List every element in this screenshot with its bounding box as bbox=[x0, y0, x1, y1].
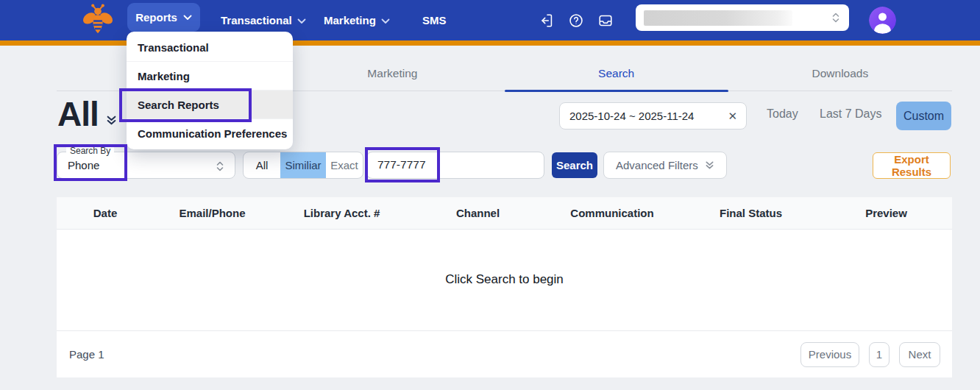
table-header-row: Date Email/Phone Library Acct. # Channel… bbox=[57, 197, 952, 230]
bee-logo-icon bbox=[81, 4, 115, 38]
tab-downloads[interactable]: Downloads bbox=[728, 56, 952, 91]
menu-item-search-reports[interactable]: Search Reports bbox=[127, 91, 293, 119]
column-header-library-acct: Library Acct. # bbox=[271, 207, 413, 219]
nav-item-sms[interactable]: SMS bbox=[422, 0, 447, 40]
search-by-value: Phone bbox=[68, 159, 99, 171]
nav-item-reports[interactable]: Reports bbox=[127, 3, 200, 32]
tab-marketing[interactable]: Marketing bbox=[280, 56, 504, 91]
menu-item-communication-preferences[interactable]: Communication Preferences bbox=[127, 119, 293, 148]
double-chevron-down-icon bbox=[705, 160, 714, 170]
inbox-icon[interactable] bbox=[597, 12, 614, 29]
preset-today[interactable]: Today bbox=[767, 107, 798, 121]
pagination-bar: Page 1 Previous 1 Next bbox=[57, 330, 952, 377]
column-header-email-phone: Email/Phone bbox=[154, 207, 271, 219]
nav-item-label: Reports bbox=[135, 11, 177, 24]
logout-icon[interactable] bbox=[538, 12, 555, 29]
date-range-field[interactable]: ✕ bbox=[559, 102, 747, 130]
search-button[interactable]: Search bbox=[552, 152, 597, 178]
tab-label: Downloads bbox=[812, 67, 869, 80]
column-header-date: Date bbox=[57, 207, 154, 219]
empty-state-message: Click Search to begin bbox=[57, 272, 952, 287]
select-spinner-icon bbox=[216, 160, 224, 173]
advanced-filters-button[interactable]: Advanced Filters bbox=[603, 152, 727, 179]
column-header-final-status: Final Status bbox=[681, 207, 820, 219]
search-query-field[interactable] bbox=[366, 152, 544, 179]
account-select-value-redacted bbox=[644, 10, 792, 26]
tab-label: Search bbox=[598, 67, 634, 80]
account-select[interactable] bbox=[636, 4, 849, 31]
results-table: Date Email/Phone Library Acct. # Channel… bbox=[57, 197, 952, 377]
export-results-button[interactable]: Export Results bbox=[873, 152, 951, 179]
page-title: All bbox=[57, 94, 99, 134]
nav-item-marketing[interactable]: Marketing bbox=[324, 0, 390, 40]
match-similar-option[interactable]: Similiar bbox=[280, 152, 326, 178]
preset-last7days[interactable]: Last 7 Days bbox=[820, 107, 881, 121]
user-avatar[interactable] bbox=[869, 7, 896, 34]
advanced-filters-label: Advanced Filters bbox=[616, 159, 698, 171]
reports-dropdown-menu: Transactional Marketing Search Reports C… bbox=[127, 32, 293, 149]
date-range-input[interactable] bbox=[569, 110, 717, 122]
clear-date-icon[interactable]: ✕ bbox=[728, 110, 737, 123]
menu-item-transactional[interactable]: Transactional bbox=[127, 33, 293, 62]
previous-page-button[interactable]: Previous bbox=[800, 342, 859, 367]
chevron-down-icon bbox=[381, 18, 390, 24]
help-icon[interactable] bbox=[567, 12, 585, 29]
page-indicator: Page 1 bbox=[69, 348, 104, 361]
tab-label: Marketing bbox=[367, 67, 417, 80]
chevron-down-icon bbox=[183, 15, 192, 21]
match-mode-segmented-control: All Similiar Exact bbox=[243, 152, 363, 179]
match-all-option[interactable]: All bbox=[244, 152, 280, 178]
tab-search[interactable]: Search bbox=[505, 56, 728, 91]
column-header-channel: Channel bbox=[413, 207, 543, 219]
column-header-preview: Preview bbox=[820, 207, 952, 219]
nav-item-label: SMS bbox=[422, 14, 447, 26]
preset-custom-button[interactable]: Custom bbox=[896, 102, 951, 130]
search-query-input[interactable] bbox=[377, 158, 532, 171]
nav-item-label: Transactional bbox=[221, 14, 292, 26]
search-by-select[interactable]: Search By Phone bbox=[57, 152, 235, 179]
chevron-down-icon bbox=[297, 18, 306, 24]
column-header-communication: Communication bbox=[543, 207, 681, 219]
search-by-floating-label: Search By bbox=[66, 146, 114, 156]
menu-item-marketing[interactable]: Marketing bbox=[127, 62, 293, 91]
page: Reports Transactional Marketing SMS bbox=[0, 0, 980, 390]
double-chevron-down-icon bbox=[106, 115, 117, 126]
select-spinner-icon bbox=[831, 11, 840, 24]
page-number-button[interactable]: 1 bbox=[869, 342, 890, 367]
scope-dropdown[interactable]: All bbox=[57, 94, 117, 134]
nav-item-label: Marketing bbox=[324, 14, 376, 26]
match-exact-option[interactable]: Exact bbox=[326, 152, 363, 178]
next-page-button[interactable]: Next bbox=[899, 342, 940, 367]
